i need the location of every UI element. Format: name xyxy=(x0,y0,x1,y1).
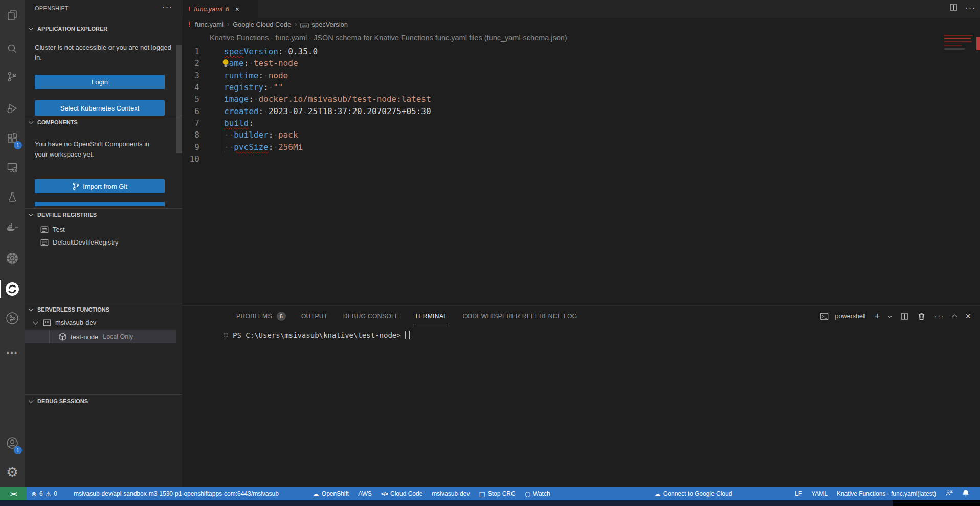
code-line-2[interactable]: 2name:·test-node xyxy=(182,57,980,69)
statusbar-feedback[interactable] xyxy=(941,487,957,500)
namespace-label: msivasub-dev xyxy=(55,319,96,326)
tab-func-yaml[interactable]: ! func.yaml 6 × xyxy=(183,0,258,18)
sidebar-title: OPENSHIFT xyxy=(35,5,69,11)
launch-profile-chevron-icon[interactable] xyxy=(888,314,892,318)
namespace-row-msivasub-dev[interactable]: msivasub-dev xyxy=(25,316,176,329)
breadcrumb-item[interactable]: Google Cloud Code xyxy=(233,20,291,28)
line-text: ··builder:·pack xyxy=(224,130,298,140)
breadcrumb-item[interactable]: specVersion xyxy=(311,20,348,28)
panel-tab-problems[interactable]: PROBLEMS6 xyxy=(236,306,286,326)
activity-bar-item-run-and-debug[interactable] xyxy=(0,98,25,119)
select-kubernetes-context-button[interactable]: Select Kubernetes Context xyxy=(35,100,165,116)
sidebar-more-actions-icon[interactable]: ··· xyxy=(162,2,173,11)
activity-bar-item-docker[interactable] xyxy=(0,217,25,238)
breadcrumb-item[interactable]: func.yaml xyxy=(195,20,224,28)
kube-context-status[interactable]: msivasub-dev/api-sandbox-m3-1530-p1-open… xyxy=(69,487,283,500)
panel-more-actions-icon[interactable]: ··· xyxy=(934,312,944,320)
overview-ruler[interactable] xyxy=(976,0,980,305)
statusbar-aws-status[interactable]: AWS xyxy=(353,487,376,500)
import-from-git-button[interactable]: Import from Git xyxy=(35,179,165,193)
new-terminal-icon[interactable]: + xyxy=(874,311,880,322)
activity-badge: 1 xyxy=(14,446,22,454)
chevron-down-icon xyxy=(29,398,34,403)
problems-status[interactable]: ⊗ 6 ⚠ 0 xyxy=(27,487,62,500)
code-line-7[interactable]: 7build: xyxy=(182,117,980,129)
section-devfile-registries[interactable]: DEVFILE REGISTRIES xyxy=(25,208,182,221)
activity-bar-item-accounts[interactable]: 1 xyxy=(0,433,25,453)
whitespace-dot: · xyxy=(254,94,259,104)
activity-bar-item-test-explorer[interactable] xyxy=(0,187,25,207)
section-application-explorer[interactable]: APPLICATION EXPLORER xyxy=(25,23,182,35)
breadcrumb-separator: › xyxy=(295,20,297,28)
search-icon xyxy=(6,42,18,55)
error-count: 6 xyxy=(39,490,43,497)
activity-bar-item-search[interactable] xyxy=(0,38,25,59)
statusbar-notifications[interactable] xyxy=(957,487,974,500)
sidebar-scrollbar[interactable] xyxy=(176,45,182,153)
statusbar-stop-crc[interactable]: □Stop CRC xyxy=(474,487,520,500)
registry-icon xyxy=(40,225,49,234)
close-panel-icon[interactable]: × xyxy=(965,311,971,322)
activity-bar-item-explorer[interactable] xyxy=(0,5,25,26)
activity-bar-item-source-control[interactable] xyxy=(0,67,25,87)
statusbar-cloud-code-status[interactable]: </>Cloud Code xyxy=(376,487,427,500)
split-editor-icon[interactable] xyxy=(949,3,958,12)
section-components[interactable]: COMPONENTS xyxy=(25,116,182,128)
kill-terminal-icon[interactable] xyxy=(918,312,925,320)
login-button[interactable]: Login xyxy=(35,75,165,89)
panel-tab-terminal[interactable]: TERMINAL xyxy=(415,306,448,326)
code-line-8[interactable]: 8··builder:·pack xyxy=(182,129,980,141)
statusbar-gcloud-project[interactable]: msivasub-dev xyxy=(427,487,474,500)
statusbar-yaml-schema[interactable]: Knative Functions - func.yaml(latest) xyxy=(832,487,941,500)
stop-icon: □ xyxy=(479,490,485,498)
activity-bar-item-more-views[interactable]: ••• xyxy=(0,343,25,363)
shell-label[interactable]: powershell xyxy=(835,313,866,320)
devfile-registry-item[interactable]: DefaultDevfileRegistry xyxy=(25,236,176,249)
line-text: build: xyxy=(224,118,254,128)
statusbar-eol-indicator[interactable]: LF xyxy=(790,487,807,500)
activity-bar-item-settings[interactable]: ⚙ xyxy=(0,461,25,482)
code-line-1[interactable]: 1specVersion:·0.35.0 xyxy=(182,46,980,57)
statusbar-label: Knative Functions - func.yaml(latest) xyxy=(837,490,936,497)
activity-bar-item-extensions[interactable]: 1 xyxy=(0,128,25,148)
activity-bar-item-kubernetes[interactable] xyxy=(0,248,25,269)
code-line-4[interactable]: 4registry:·"" xyxy=(182,81,980,93)
colon: : xyxy=(258,71,263,80)
no-components-message: You have no OpenShift Components in your… xyxy=(35,139,152,160)
whitespace-dot: · xyxy=(263,71,269,80)
editor-more-actions-icon[interactable]: ··· xyxy=(965,3,976,12)
statusbar-watch[interactable]: ○Watch xyxy=(520,487,555,500)
statusbar-openshift-status[interactable]: ☁OpenShift xyxy=(308,487,353,500)
remote-indicator[interactable]: >< xyxy=(0,487,27,500)
code-line-3[interactable]: 3runtime:·node xyxy=(182,70,980,81)
terminal-content[interactable]: PS C:\Users\msivasub\knative\test-node> xyxy=(224,331,410,339)
code-line-5[interactable]: 5image:·docker.io/msivasub/test-node:lat… xyxy=(182,93,980,105)
code-line-10[interactable]: 10 xyxy=(182,153,980,165)
whitespace-dot: · xyxy=(249,58,254,68)
statusbar-label: Cloud Code xyxy=(390,490,422,497)
section-debug-sessions[interactable]: DEBUG SESSIONS xyxy=(25,394,182,407)
panel-tab-codewhisperer-reference-log[interactable]: CODEWHISPERER REFERENCE LOG xyxy=(462,306,577,326)
lightbulb-icon[interactable] xyxy=(221,58,230,70)
maximize-panel-icon[interactable] xyxy=(952,315,957,320)
function-row-test-node[interactable]: test-nodeLocal Only xyxy=(25,330,176,343)
code-line-6[interactable]: 6created:·2023-07-25T18:37:20.2070275+05… xyxy=(182,105,980,117)
section-serverless-functions[interactable]: SERVERLESS FUNCTIONS xyxy=(25,303,182,315)
panel-tab-output[interactable]: OUTPUT xyxy=(301,306,328,326)
statusbar-language-mode[interactable]: YAML xyxy=(807,487,832,500)
devfile-registry-item[interactable]: Test xyxy=(25,223,176,236)
clipped-button[interactable] xyxy=(35,202,165,206)
panel-tab-debug-console[interactable]: DEBUG CONSOLE xyxy=(343,306,399,326)
line-number: 7 xyxy=(182,118,199,128)
terminal-command-decoration-icon xyxy=(224,333,228,337)
activity-bar-item-openshift[interactable] xyxy=(0,279,25,299)
line-number: 2 xyxy=(182,58,199,68)
error-icon: ⊗ xyxy=(31,490,37,498)
minimap[interactable] xyxy=(944,32,976,53)
statusbar-connect-google-cloud[interactable]: ☁Connect to Google Cloud xyxy=(650,487,737,500)
split-terminal-icon[interactable] xyxy=(900,312,909,321)
code-line-9[interactable]: 9··pvcSize:·256Mi xyxy=(182,141,980,152)
tab-close-icon[interactable]: × xyxy=(235,5,239,13)
activity-bar-item-knative[interactable] xyxy=(0,308,25,328)
activity-bar-item-remote-explorer[interactable] xyxy=(0,157,25,178)
